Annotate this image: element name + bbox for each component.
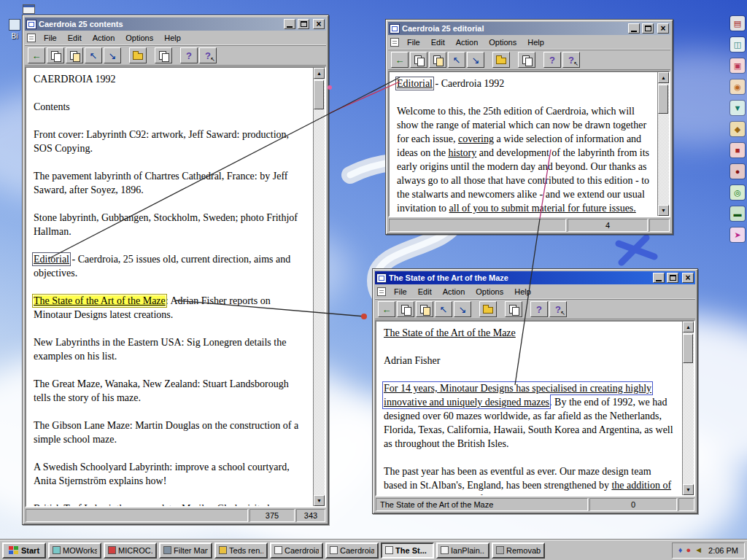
taskbar-item[interactable]: MICROC... bbox=[104, 542, 157, 559]
minimize-button[interactable] bbox=[653, 273, 665, 283]
context-help-button[interactable]: ?↖ bbox=[199, 47, 217, 63]
menu-file[interactable]: File bbox=[402, 36, 425, 48]
copy-pages-button[interactable] bbox=[410, 52, 427, 68]
scroll-down-button[interactable] bbox=[658, 205, 669, 216]
link-next-button[interactable]: ↘ bbox=[454, 301, 471, 317]
back-arrow-button[interactable]: ← bbox=[391, 52, 409, 68]
desktop-shortcut-1[interactable]: ▤ bbox=[730, 16, 745, 31]
scroll-down-button[interactable] bbox=[314, 495, 325, 506]
maximize-button[interactable] bbox=[667, 273, 678, 283]
vertical-scrollbar[interactable] bbox=[657, 72, 669, 216]
start-button[interactable]: Start bbox=[2, 542, 46, 559]
help-button[interactable]: ? bbox=[543, 52, 561, 68]
desktop-shortcut-7[interactable]: ■ bbox=[730, 143, 745, 158]
link-next-button[interactable]: ↘ bbox=[467, 52, 484, 68]
menu-file[interactable]: File bbox=[389, 286, 412, 298]
hyperlink[interactable]: Editorial bbox=[34, 254, 69, 265]
menu-action[interactable]: Action bbox=[451, 36, 484, 48]
back-arrow-button[interactable]: ← bbox=[378, 301, 395, 317]
menu-edit[interactable]: Edit bbox=[426, 36, 450, 48]
desktop-shortcut-4[interactable]: ◉ bbox=[730, 79, 745, 94]
open-folder-button[interactable] bbox=[129, 47, 147, 63]
copy-document-button[interactable] bbox=[505, 301, 522, 317]
link-previous-button[interactable]: ↖ bbox=[85, 47, 102, 63]
hyperlink[interactable]: The State of the Art of the Maze bbox=[384, 327, 516, 338]
taskbar-item[interactable]: The St... bbox=[381, 542, 434, 559]
copy-document-button[interactable] bbox=[518, 52, 535, 68]
copy-pages-button[interactable] bbox=[397, 301, 414, 317]
back-arrow-button[interactable]: ← bbox=[28, 47, 45, 63]
maximize-button[interactable] bbox=[642, 23, 654, 34]
taskbar-item[interactable]: Caerdroia... bbox=[270, 542, 323, 559]
menu-options[interactable]: Options bbox=[471, 286, 508, 298]
scroll-up-button[interactable] bbox=[658, 72, 669, 83]
copy-pages-button[interactable] bbox=[47, 47, 64, 63]
scheduler-icon[interactable]: ♦ bbox=[678, 546, 683, 554]
menu-edit[interactable]: Edit bbox=[63, 32, 87, 44]
scrollbar-track[interactable] bbox=[683, 332, 694, 484]
hyperlink[interactable]: Editorial bbox=[397, 78, 433, 89]
desktop-shortcut-5[interactable]: ▼ bbox=[730, 101, 745, 115]
open-folder-button[interactable] bbox=[479, 301, 497, 317]
scroll-up-button[interactable] bbox=[314, 68, 325, 79]
desktop-shortcut-6[interactable]: ◆ bbox=[730, 122, 745, 136]
scrollbar-thumb[interactable] bbox=[658, 85, 668, 114]
menu-help[interactable]: Help bbox=[159, 32, 186, 44]
desktop-shortcut-8[interactable]: ● bbox=[730, 164, 745, 179]
menu-file[interactable]: File bbox=[39, 32, 62, 44]
menu-options[interactable]: Options bbox=[120, 32, 158, 44]
scroll-up-button[interactable] bbox=[683, 322, 694, 332]
antivirus-icon[interactable]: ● bbox=[686, 546, 691, 554]
minimize-button[interactable] bbox=[284, 19, 295, 29]
menu-help[interactable]: Help bbox=[509, 286, 536, 298]
link-next-button[interactable]: ↘ bbox=[104, 47, 121, 63]
close-button[interactable] bbox=[313, 19, 325, 29]
copy-document-button[interactable] bbox=[155, 47, 172, 63]
vertical-scrollbar[interactable] bbox=[313, 68, 325, 506]
scrollbar-thumb[interactable] bbox=[314, 80, 324, 109]
desktop-shortcut-10[interactable]: ▬ bbox=[730, 206, 745, 221]
close-button[interactable] bbox=[657, 23, 669, 34]
help-button[interactable]: ? bbox=[180, 47, 198, 63]
vertical-scrollbar[interactable] bbox=[682, 322, 694, 495]
hyperlink[interactable]: covering bbox=[458, 133, 494, 144]
link-previous-button[interactable]: ↖ bbox=[448, 52, 465, 68]
volume-icon[interactable]: ◄ bbox=[694, 546, 703, 554]
maximize-button[interactable] bbox=[298, 19, 309, 29]
hyperlink[interactable]: history bbox=[448, 147, 476, 158]
hyperlink[interactable]: The State of the Art of the Maze bbox=[34, 295, 166, 306]
help-button[interactable]: ? bbox=[530, 301, 548, 317]
scrollbar-track[interactable] bbox=[314, 79, 325, 495]
hyperlink[interactable]: all of you to submit material for future… bbox=[449, 203, 636, 214]
menu-help[interactable]: Help bbox=[522, 36, 549, 48]
context-help-button[interactable]: ?↖ bbox=[562, 52, 580, 68]
duplicate-pages-button[interactable] bbox=[429, 52, 446, 68]
menu-options[interactable]: Options bbox=[484, 36, 522, 48]
duplicate-pages-button[interactable] bbox=[416, 301, 433, 317]
taskbar-item[interactable]: MOWorks bbox=[48, 542, 101, 559]
context-help-button[interactable]: ?↖ bbox=[549, 301, 567, 317]
desktop-shortcut-11[interactable]: ➤ bbox=[730, 228, 745, 242]
scrollbar-thumb[interactable] bbox=[683, 334, 693, 363]
titlebar[interactable]: Caerdroia 25 editorial bbox=[388, 22, 670, 35]
minimize-button[interactable] bbox=[628, 23, 640, 34]
taskbar-item[interactable]: Teds ren... bbox=[214, 542, 268, 559]
duplicate-pages-button[interactable] bbox=[66, 47, 83, 63]
open-folder-button[interactable] bbox=[492, 52, 510, 68]
taskbar-item[interactable]: IanPlain... bbox=[436, 542, 489, 559]
scrollbar-track[interactable] bbox=[658, 83, 669, 205]
taskbar-item[interactable]: Removab... bbox=[492, 542, 545, 559]
titlebar[interactable]: The State of the Art of the Maze bbox=[375, 271, 695, 284]
link-previous-button[interactable]: ↖ bbox=[435, 301, 452, 317]
menu-action[interactable]: Action bbox=[438, 286, 471, 298]
titlebar[interactable]: Caerdroia 25 contents bbox=[25, 18, 326, 31]
desktop-shortcut-2[interactable]: ◫ bbox=[730, 37, 745, 52]
menu-action[interactable]: Action bbox=[88, 32, 120, 44]
taskbar-item[interactable]: Caerdroia... bbox=[325, 542, 379, 559]
desktop-shortcut-3[interactable]: ▣ bbox=[730, 58, 745, 73]
scroll-down-button[interactable] bbox=[683, 484, 694, 495]
taskbar-item[interactable]: Filter Man... bbox=[159, 542, 212, 559]
menu-edit[interactable]: Edit bbox=[413, 286, 437, 298]
desktop-shortcut-9[interactable]: ◎ bbox=[730, 185, 745, 200]
close-button[interactable] bbox=[682, 273, 694, 283]
